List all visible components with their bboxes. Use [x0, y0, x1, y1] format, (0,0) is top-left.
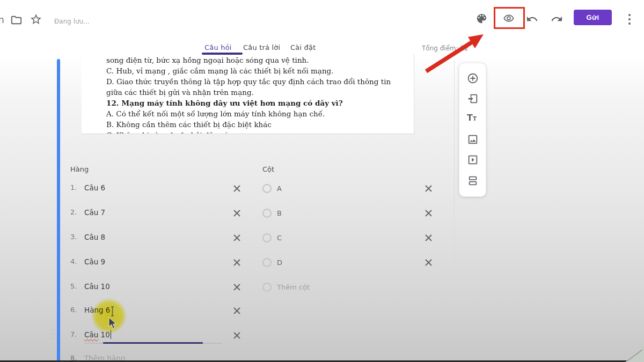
total-points-label: Tổng điểm:	[422, 45, 458, 52]
cursor-overlay	[0, 0, 644, 362]
undo-icon[interactable]	[526, 13, 538, 25]
form-title-fragment: n	[0, 14, 4, 25]
star-icon[interactable]	[30, 13, 42, 26]
tab-settings[interactable]: Cài đặt	[290, 43, 316, 51]
send-button[interactable]: Gửi	[574, 10, 612, 25]
ibeam-cursor	[111, 307, 114, 316]
total-points-value: 12	[460, 45, 469, 52]
total-points: Tổng điểm: 12	[422, 45, 469, 52]
top-app-bar: n Đang lưu... Gửi Câu hỏi Câu trả lời Cà…	[0, 0, 644, 54]
active-tab-indicator	[202, 53, 243, 55]
folder-icon[interactable]	[10, 14, 23, 26]
annotation-box-eye	[494, 7, 525, 29]
mouse-pointer	[109, 317, 116, 329]
tab-responses[interactable]: Câu trả lời	[243, 43, 280, 51]
saving-status: Đang lưu...	[54, 18, 90, 25]
redo-icon[interactable]	[551, 13, 563, 25]
palette-icon[interactable]	[475, 12, 488, 25]
kebab-menu-icon[interactable]	[626, 12, 633, 26]
corner-watermark	[620, 343, 644, 362]
tab-questions[interactable]: Câu hỏi	[204, 43, 232, 51]
